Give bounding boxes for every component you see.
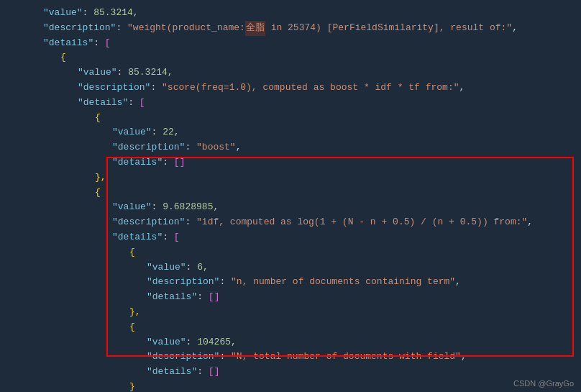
line-boost-details: "details": []	[0, 155, 581, 170]
code-container: "value": 85.3214, "description": "weight…	[0, 0, 581, 392]
string-computed: computed	[262, 81, 307, 96]
key-idf-value: "value"	[112, 200, 152, 215]
key-details-inner: "details"	[78, 96, 128, 111]
string-description-inner: "score(freq=1.0),	[162, 81, 262, 96]
string-description-top: "weight(product_name:	[127, 21, 245, 36]
string-n: "n, number of documents containing term"	[231, 275, 455, 290]
line-n-desc: "description": "n, number of documents c…	[0, 275, 581, 290]
string-boost: "boost"	[196, 140, 236, 155]
brace-N-open: {	[129, 320, 135, 335]
number-idf: 9.6828985,	[163, 200, 219, 215]
bracket-boost-empty: []	[174, 155, 186, 170]
watermark: CSDN @GrayGo	[513, 379, 574, 388]
line-description-top: "description": "weight(product_name:全脂 i…	[0, 21, 581, 36]
key-boost-value: "value"	[112, 125, 152, 140]
bracket-open-inner: [	[139, 96, 145, 111]
bracket-open-top: [	[105, 36, 111, 51]
key-value: "value"	[43, 6, 83, 21]
key-boost-details: "details"	[112, 155, 163, 170]
key-details-top: "details"	[43, 36, 93, 51]
number-N: 104265,	[197, 335, 237, 350]
line-details-inner: "details": [	[0, 96, 581, 111]
line-details-open: "details": [	[0, 36, 581, 51]
brace-open3: {	[95, 186, 101, 201]
number-value-inner: 85.3214,	[128, 65, 173, 81]
bracket-n-empty: []	[209, 290, 220, 305]
key-n-desc: "description"	[147, 275, 219, 290]
brace-close1: },	[95, 170, 106, 186]
line-value-top: "value": 85.3214,	[0, 6, 581, 21]
key-description-inner: "description"	[78, 81, 150, 96]
key-N-value: "value"	[147, 335, 186, 350]
number-boost: 22,	[163, 125, 179, 140]
line-idf-desc: "description": "idf, computed as log(1 +…	[0, 215, 581, 230]
line-brace-open1: {	[0, 50, 581, 65]
bracket-N-empty: []	[209, 365, 220, 380]
line-n-brace-open: {	[0, 245, 581, 260]
brace-N-close: }	[129, 380, 135, 392]
key-N-details: "details"	[147, 365, 197, 380]
string-computed2: as boost * idf * tf from:"	[308, 81, 459, 96]
brace-n-open: {	[129, 245, 135, 260]
line-n-details: "details": []	[0, 290, 581, 305]
brace-open2: {	[95, 111, 101, 126]
line-n-value: "value": 6,	[0, 260, 581, 275]
key-idf-details: "details"	[112, 230, 163, 245]
string-N: "N, total number of documents with field…	[231, 350, 461, 365]
line-N-value: "value": 104265,	[0, 335, 581, 350]
string-description-top2: in 25374) [PerFieldSimilarity], result o…	[265, 21, 512, 36]
line-idf-value: "value": 9.6828985,	[0, 200, 581, 215]
line-N-brace-open: {	[0, 320, 581, 335]
line-idf-details: "details": [	[0, 230, 581, 245]
chinese-char: 全脂	[245, 21, 265, 36]
key-boost-desc: "description"	[112, 140, 185, 155]
brace-n-close: },	[129, 305, 141, 320]
number-n: 6,	[197, 260, 209, 275]
key-description: "description"	[43, 21, 116, 36]
key-n-details: "details"	[147, 290, 197, 305]
brace-open1: {	[60, 50, 66, 65]
number-value-top: 85.3214,	[93, 6, 138, 21]
line-N-desc: "description": "N, total number of docum…	[0, 350, 581, 365]
key-value-inner: "value"	[78, 65, 117, 81]
line-brace-open3: {	[0, 186, 581, 201]
key-idf-desc: "description"	[112, 215, 185, 230]
line-description-inner: "description": "score(freq=1.0), compute…	[0, 81, 581, 96]
key-n-value: "value"	[147, 260, 186, 275]
line-n-brace-close: },	[0, 305, 581, 320]
line-value-inner: "value": 85.3214,	[0, 65, 581, 81]
line-boost-value: "value": 22,	[0, 125, 581, 140]
line-brace-open2: {	[0, 111, 581, 126]
key-N-desc: "description"	[147, 350, 219, 365]
line-N-brace-close: }	[0, 380, 581, 392]
line-boost-desc: "description": "boost",	[0, 140, 581, 155]
string-idf: "idf, computed as log(1 + (N - n + 0.5) …	[196, 215, 527, 230]
line-brace-close1: },	[0, 170, 581, 186]
bracket-idf-open: [	[174, 230, 180, 245]
line-N-details: "details": []	[0, 365, 581, 380]
